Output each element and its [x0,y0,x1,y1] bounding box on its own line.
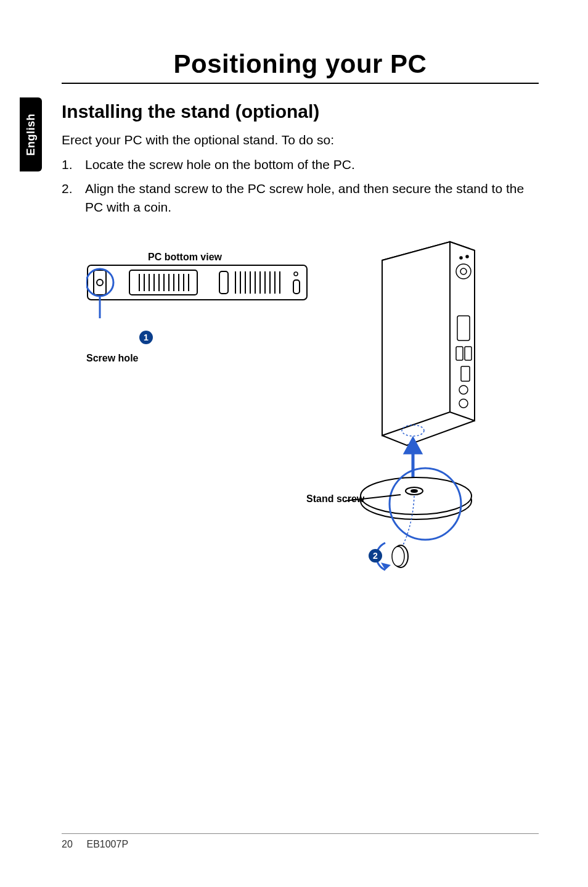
language-label: English [25,113,38,156]
list-item: 2. Align the stand screw to the PC screw… [62,179,539,217]
bottom-view-label: PC bottom view [148,252,222,263]
page-footer: 20 EB1007P [62,833,539,850]
section-heading: Installing the stand (optional) [62,101,539,122]
svg-point-37 [459,399,468,408]
svg-point-30 [456,264,471,279]
svg-point-46 [411,490,417,492]
pc-bottom-view-illustration [86,264,308,320]
step-number: 2. [62,179,85,217]
svg-point-36 [459,386,468,394]
diagram: PC bottom view 1 [62,236,539,606]
step-text: Align the stand screw to the PC screw ho… [85,179,539,217]
lead-paragraph: Erect your PC with the optional stand. T… [62,131,539,149]
svg-point-2 [97,279,103,286]
pc-stand-illustration [308,236,530,581]
svg-rect-35 [461,366,470,381]
svg-rect-32 [457,316,470,340]
callout-1: 1 [139,331,153,344]
svg-rect-27 [293,280,300,294]
svg-rect-33 [456,347,463,360]
steps-list: 1. Locate the screw hole on the bottom o… [62,155,539,217]
step-text: Locate the screw hole on the bottom of t… [85,155,539,174]
stand-screw-label: Stand screw [306,493,364,505]
language-tab: English [20,97,42,171]
model-name: EB1007P [86,839,128,849]
title-rule: Positioning your PC [62,49,539,84]
svg-point-38 [466,255,468,258]
svg-rect-15 [219,271,228,294]
svg-point-39 [460,257,462,259]
svg-point-26 [294,272,298,276]
callout-2: 2 [369,549,382,563]
page-title: Positioning your PC [62,49,539,79]
step-number: 1. [62,155,85,174]
svg-rect-34 [465,347,472,360]
list-item: 1. Locate the screw hole on the bottom o… [62,155,539,174]
svg-point-50 [392,547,404,566]
screw-hole-label: Screw hole [86,353,138,364]
page-number: 20 [62,839,84,850]
